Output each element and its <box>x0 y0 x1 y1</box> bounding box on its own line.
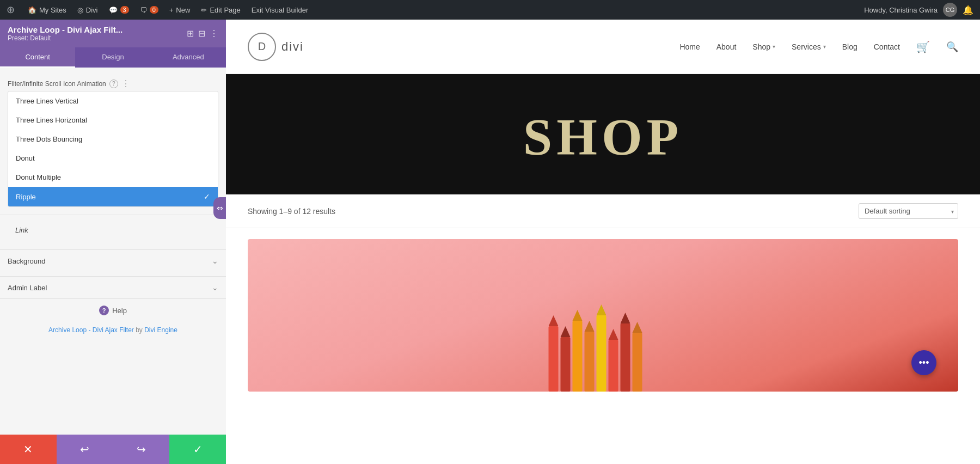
tab-advanced[interactable]: Advanced <box>151 47 226 68</box>
nav-about[interactable]: About <box>716 42 737 51</box>
restore-icon[interactable]: ⊞ <box>187 28 194 39</box>
sort-wrapper: Default sorting Sort by popularity Sort … <box>859 203 958 219</box>
tab-content[interactable]: Content <box>0 47 75 68</box>
nav-home[interactable]: Home <box>679 42 700 51</box>
admin-label-section-header[interactable]: Admin Label ⌄ <box>0 277 226 298</box>
site-nav: Home About Shop ▾ Services ▾ Blog <box>679 40 958 53</box>
background-section-label: Background <box>8 257 45 265</box>
svg-marker-15 <box>633 322 642 333</box>
nav-contact[interactable]: Contact <box>874 42 900 51</box>
panel-tabs: Content Design Advanced <box>0 47 226 68</box>
fab-button[interactable]: ••• <box>911 350 936 375</box>
dropdown-item-three-lines-horizontal[interactable]: Three Lines Horizontal <box>8 111 218 130</box>
svg-marker-11 <box>609 329 618 340</box>
help-section: ? Help <box>0 298 226 322</box>
svg-marker-9 <box>597 304 607 315</box>
comment-icon: 💬 <box>109 6 118 14</box>
admin-bar-edit-page[interactable]: ✏ Edit Page <box>195 0 246 20</box>
background-arrow-icon: ⌄ <box>212 257 218 265</box>
shop-content: Showing 1–9 of 12 results Default sortin… <box>226 194 980 464</box>
background-section: Background ⌄ <box>0 249 226 272</box>
svg-rect-14 <box>633 333 642 392</box>
admin-label-arrow-icon: ⌄ <box>212 283 218 292</box>
help-circle-icon: ? <box>99 306 109 315</box>
panel-content: Filter/Infinite Scroll Icon Animation ? … <box>0 68 226 435</box>
search-icon[interactable]: 🔍 <box>946 41 958 53</box>
dropdown-list: Three Lines Vertical Three Lines Horizon… <box>8 91 218 207</box>
svg-marker-7 <box>585 321 595 332</box>
hero-section: SHOP <box>226 74 980 194</box>
save-button[interactable]: ✓ <box>169 435 226 464</box>
svg-marker-1 <box>549 315 559 326</box>
undo-button[interactable]: ↩ <box>57 435 113 464</box>
tab-design[interactable]: Design <box>75 47 150 68</box>
credits-author-link[interactable]: Divi Engine <box>144 326 177 334</box>
panel-credits: Archive Loop - Divi Ajax Filter by Divi … <box>0 322 226 340</box>
admin-label-section: Admin Label ⌄ <box>0 276 226 298</box>
svg-marker-5 <box>573 310 583 321</box>
svg-marker-13 <box>621 313 630 323</box>
dropdown-item-donut-multiple[interactable]: Donut Multiple <box>8 168 218 187</box>
dropdown-item-three-dots-bouncing[interactable]: Three Dots Bouncing <box>8 130 218 149</box>
svg-rect-2 <box>561 337 571 392</box>
left-panel: Archive Loop - Divi Ajax Filt... Preset:… <box>0 20 226 464</box>
resize-handle[interactable]: ⇔ <box>213 197 226 219</box>
pencil-icon: ✏ <box>201 6 207 14</box>
admin-bar-new[interactable]: + New <box>164 0 196 20</box>
services-arrow-icon: ▾ <box>823 44 826 50</box>
dropdown-item-donut[interactable]: Donut <box>8 149 218 168</box>
product-area: ••• <box>226 228 980 402</box>
background-section-header[interactable]: Background ⌄ <box>0 250 226 272</box>
admin-bar-divi[interactable]: ◎ Divi <box>72 0 103 20</box>
app-wrapper: ⊕ 🏠 My Sites ◎ Divi 💬 3 🗨 0 + New ✏ Edit… <box>0 0 980 464</box>
panel-header-icons: ⊞ ⊟ ⋮ <box>187 28 218 39</box>
field-more-icon[interactable]: ⋮ <box>121 78 130 89</box>
nav-shop[interactable]: Shop ▾ <box>752 42 775 51</box>
shop-arrow-icon: ▾ <box>773 44 775 50</box>
grid-icon[interactable]: ⊟ <box>198 28 205 39</box>
admin-label-section-label: Admin Label <box>8 284 47 292</box>
help-label: Help <box>112 307 127 315</box>
sort-select[interactable]: Default sorting Sort by popularity Sort … <box>859 203 958 219</box>
wordpress-icon[interactable]: ⊕ <box>7 4 15 16</box>
notifications-icon[interactable]: 🔔 <box>963 5 973 15</box>
svg-rect-12 <box>621 323 630 392</box>
field-group-animation: Filter/Infinite Scroll Icon Animation ? … <box>0 75 226 210</box>
main-body: Archive Loop - Divi Ajax Filt... Preset:… <box>0 20 980 464</box>
wp-admin-bar: ⊕ 🏠 My Sites ◎ Divi 💬 3 🗨 0 + New ✏ Edit… <box>0 0 980 20</box>
save-icon: ✓ <box>193 443 203 456</box>
redo-icon: ↪ <box>137 443 146 456</box>
bottom-bar: ✕ ↩ ↪ ✓ <box>0 435 226 464</box>
right-content: D divi Home About Shop ▾ <box>226 20 980 464</box>
cart-icon[interactable]: 🛒 <box>916 40 930 53</box>
dropdown-checkmark: ✓ <box>204 192 210 201</box>
help-button[interactable]: ? Help <box>99 306 127 315</box>
credits-plugin-link[interactable]: Archive Loop - Divi Ajax Filter <box>48 326 134 334</box>
more-options-icon[interactable]: ⋮ <box>210 28 218 39</box>
field-help-icon[interactable]: ? <box>109 80 118 88</box>
logo-text: divi <box>281 40 304 54</box>
svg-rect-4 <box>573 321 583 392</box>
site-header: D divi Home About Shop ▾ <box>226 20 980 74</box>
admin-bar-my-sites[interactable]: 🏠 My Sites <box>22 0 72 20</box>
cancel-button[interactable]: ✕ <box>0 435 57 464</box>
dropdown-item-ripple[interactable]: Ripple ✓ <box>8 187 218 206</box>
panel-header: Archive Loop - Divi Ajax Filt... Preset:… <box>0 20 226 47</box>
link-section-label: Link <box>15 226 28 234</box>
svg-rect-6 <box>585 332 595 392</box>
panel-preset[interactable]: Preset: Default <box>8 34 122 42</box>
user-avatar[interactable]: CG <box>943 3 957 17</box>
fab-dots-icon: ••• <box>919 357 929 369</box>
redo-button[interactable]: ↪ <box>113 435 170 464</box>
admin-bar-exit-vb[interactable]: Exit Visual Builder <box>246 0 314 20</box>
admin-bar-comments[interactable]: 💬 3 <box>103 0 134 20</box>
panel-title: Archive Loop - Divi Ajax Filt... <box>8 25 122 34</box>
link-section-header[interactable]: Link <box>8 219 218 241</box>
site-logo[interactable]: D divi <box>248 33 304 61</box>
dropdown-item-three-lines-vertical[interactable]: Three Lines Vertical <box>8 91 218 111</box>
nav-services[interactable]: Services ▾ <box>792 42 826 51</box>
admin-bar-messages[interactable]: 🗨 0 <box>134 0 164 20</box>
shop-toolbar: Showing 1–9 of 12 results Default sortin… <box>226 194 980 228</box>
product-image <box>248 239 958 392</box>
nav-blog[interactable]: Blog <box>842 42 857 51</box>
